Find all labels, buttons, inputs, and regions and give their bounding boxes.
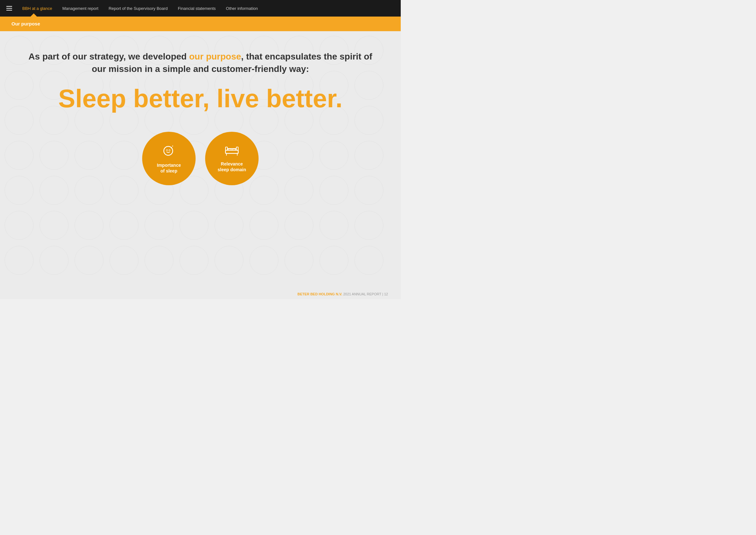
svg-point-60 [180,211,208,239]
intro-text-highlight: our purpose [189,52,241,61]
hamburger-menu[interactable] [6,6,12,11]
section-banner: Our purpose [0,16,401,31]
bed-icon [225,145,239,158]
svg-point-76 [355,246,383,275]
circle-relevance-sleep-domain[interactable]: Relevancesleep domain [205,132,258,185]
banner-title: Our purpose [12,21,40,26]
svg-point-75 [320,246,348,275]
svg-point-69 [110,246,138,275]
svg-point-70 [145,246,173,275]
circle-relevance-label: Relevancesleep domain [218,161,246,173]
svg-point-55 [5,211,33,239]
footer-company-name: BETER BED HOLDING N.V. [297,292,342,296]
svg-point-68 [75,246,103,275]
circle-importance-of-sleep[interactable]: z z Importanceof sleep [142,132,196,185]
svg-point-57 [75,211,103,239]
svg-rect-81 [226,147,228,150]
svg-rect-84 [228,149,231,150]
sleep-icon: z z [162,143,176,159]
tagline-section: Sleep better, live better. [25,85,375,113]
svg-point-62 [250,211,278,239]
nav-other-information[interactable]: Other information [226,6,257,11]
svg-point-74 [285,246,313,275]
svg-rect-85 [232,149,236,150]
svg-text:z: z [172,145,173,147]
svg-point-65 [355,211,383,239]
tagline-text: Sleep better, live better. [25,85,375,113]
svg-point-56 [40,211,68,239]
svg-point-63 [285,211,313,239]
circle-importance-label: Importanceof sleep [157,162,181,174]
svg-point-66 [5,246,33,275]
main-content: As part of our strategy, we developed ou… [0,31,401,289]
footer-text: 2021 ANNUAL REPORT | 12 [342,292,388,296]
intro-section: As part of our strategy, we developed ou… [25,50,375,75]
page-footer: BETER BED HOLDING N.V. 2021 ANNUAL REPOR… [0,289,401,299]
nav-management-report[interactable]: Management report [62,6,98,11]
navbar: BBH at a glance Management report Report… [0,0,401,16]
svg-rect-82 [236,147,238,150]
svg-point-73 [250,246,278,275]
circles-row: z z Importanceof sleep [25,132,375,185]
svg-point-72 [215,246,243,275]
nav-supervisory-board[interactable]: Report of the Supervisory Board [108,6,168,11]
nav-financial-statements[interactable]: Financial statements [178,6,216,11]
svg-point-67 [40,246,68,275]
intro-text-before: As part of our strategy, we developed [29,52,189,61]
sleep-svg-icon: z z [162,143,176,157]
svg-rect-80 [226,150,238,154]
svg-point-61 [215,211,243,239]
bed-svg-icon [225,145,239,156]
nav-bbh-at-a-glance[interactable]: BBH at a glance [22,6,52,11]
svg-point-64 [320,211,348,239]
svg-point-71 [180,246,208,275]
svg-point-58 [110,211,138,239]
svg-point-59 [145,211,173,239]
